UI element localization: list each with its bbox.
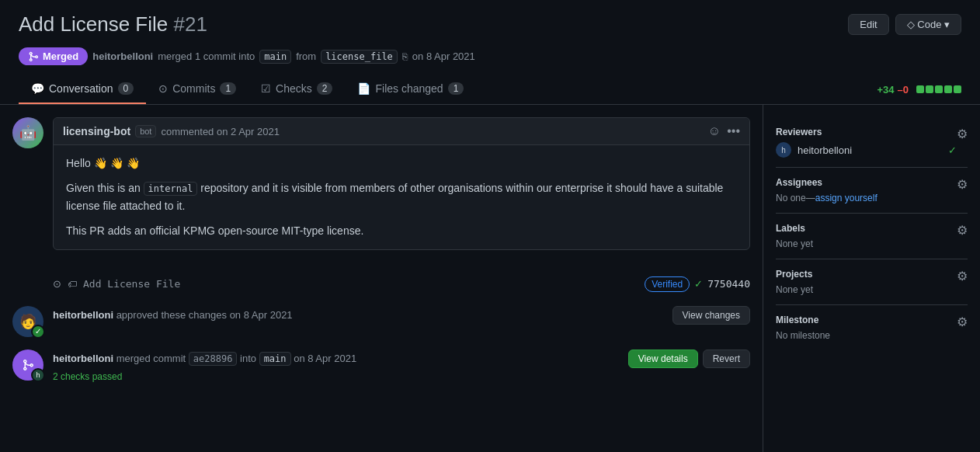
- tab-checks[interactable]: ☑ Checks 2: [248, 75, 345, 104]
- tab-conversation-label: Conversation: [49, 82, 113, 95]
- comment-internal-code: internal: [144, 182, 198, 196]
- merged-badge: Merged: [19, 47, 88, 65]
- comment-header: licensing-bot bot commented on 2 Apr 202…: [54, 118, 749, 145]
- sidebar-milestone-content: Milestone No milestone: [776, 315, 957, 341]
- checks-passed: 2 checks passed: [53, 371, 750, 382]
- tab-commits-count: 1: [220, 82, 236, 95]
- sidebar-assignees-content: Assignees No one—assign yourself: [776, 177, 957, 203]
- labels-gear-icon[interactable]: ⚙: [957, 223, 968, 238]
- sidebar-reviewers-title: Reviewers: [776, 127, 957, 137]
- tab-conversation-count: 0: [118, 82, 134, 95]
- sidebar: Reviewers h heitorbelloni ✓ ⚙ Assignees …: [763, 105, 980, 452]
- edit-button[interactable]: Edit: [848, 14, 888, 35]
- merge-text: heitorbelloni merged commit ae28896 into…: [53, 353, 356, 364]
- tab-commits-label: Commits: [172, 82, 215, 95]
- diff-bar-5: [954, 85, 961, 93]
- files-icon: 📄: [357, 82, 370, 95]
- emoji-button[interactable]: ☺: [708, 124, 721, 138]
- merge-date: on 8 Apr 2021: [412, 50, 475, 62]
- conversation-icon: 💬: [31, 82, 44, 95]
- diff-bar-4: [944, 85, 952, 93]
- sidebar-reviewers-content: Reviewers h heitorbelloni ✓: [776, 127, 957, 158]
- comment-line-2-pre: Given this is an: [66, 182, 144, 194]
- revert-button[interactable]: Revert: [703, 349, 750, 368]
- commit-check-icon: ✓: [694, 278, 703, 290]
- merged-bar: Merged heitorbelloni merged 1 commit int…: [0, 44, 980, 75]
- sidebar-assignees-value: No one—assign yourself: [776, 193, 957, 203]
- assignees-gear-icon[interactable]: ⚙: [957, 177, 968, 192]
- merge-small-avatar: h: [31, 368, 45, 382]
- merge-date-text: on 8 Apr 2021: [294, 353, 356, 364]
- tab-commits[interactable]: ⊙ Commits 1: [146, 75, 248, 104]
- code-button[interactable]: ◇ Code ▾: [895, 14, 961, 35]
- sidebar-reviewers-section: Reviewers h heitorbelloni ✓ ⚙: [776, 117, 968, 168]
- sidebar-labels-content: Labels None yet: [776, 223, 957, 249]
- approval-content: heitorbelloni approved these changes on …: [53, 306, 750, 325]
- merge-header: heitorbelloni merged commit ae28896 into…: [53, 349, 750, 368]
- tab-files-count: 1: [448, 82, 464, 95]
- diff-bar-1: [916, 85, 924, 93]
- milestone-gear-icon[interactable]: ⚙: [957, 315, 968, 329]
- source-branch: license_file: [321, 50, 398, 64]
- reviewer-approved-icon: ✓: [948, 144, 957, 156]
- sidebar-milestone-value: No milestone: [776, 330, 957, 341]
- header: Add License File #21 Edit ◇ Code ▾: [0, 0, 980, 44]
- merged-badge-text: Merged: [43, 50, 78, 62]
- approval-author: heitorbelloni: [53, 309, 113, 321]
- sidebar-projects-value: None yet: [776, 284, 957, 295]
- view-changes-button[interactable]: View changes: [672, 306, 751, 325]
- reviewer-name: heitorbelloni: [798, 144, 852, 156]
- approval-check-overlay: ✓: [31, 325, 45, 339]
- view-details-button[interactable]: View details: [628, 349, 698, 368]
- tabs-bar: 💬 Conversation 0 ⊙ Commits 1 ☑ Checks 2 …: [0, 75, 980, 105]
- sidebar-labels-section: Labels None yet ⚙: [776, 214, 968, 259]
- projects-gear-icon[interactable]: ⚙: [957, 269, 968, 283]
- approval-header: heitorbelloni approved these changes on …: [53, 306, 750, 325]
- tab-checks-label: Checks: [276, 82, 312, 95]
- comment-block: licensing-bot bot commented on 2 Apr 202…: [53, 117, 750, 250]
- approval-block: 🧑 ✓ heitorbelloni approved these changes…: [12, 306, 750, 337]
- merge-avatar-wrapper: h: [12, 349, 43, 381]
- diff-additions: +34: [877, 84, 894, 96]
- commit-hash: 7750440: [707, 278, 750, 290]
- reviewer-item: h heitorbelloni ✓: [776, 142, 957, 158]
- copy-branch-icon[interactable]: ⎘: [402, 51, 408, 62]
- sidebar-labels-value: None yet: [776, 238, 957, 249]
- tag-icon: 🏷: [68, 279, 77, 290]
- diff-bar: [916, 85, 961, 93]
- comment-more-button[interactable]: •••: [727, 124, 740, 138]
- merged-author: heitorbelloni: [92, 50, 153, 62]
- verified-badge: Verified: [645, 276, 690, 292]
- approval-avatar-wrapper: 🧑 ✓: [12, 306, 43, 337]
- commit-tree-icon: ⊙: [53, 278, 61, 290]
- sidebar-projects-title: Projects: [776, 269, 957, 280]
- comment-line-2: Given this is an internal repository and…: [66, 179, 737, 214]
- merged-action: merged 1 commit into: [158, 50, 255, 62]
- reviewer-avatar: h: [776, 142, 791, 158]
- merge-action: merged commit: [116, 353, 186, 364]
- merged-from: from: [296, 50, 316, 62]
- commit-item-label: Add License File: [83, 278, 180, 290]
- sidebar-projects-content: Projects None yet: [776, 269, 957, 295]
- comment-author: licensing-bot: [63, 125, 130, 137]
- comment-line-1: Hello 👋 👋 👋: [66, 155, 737, 172]
- commits-icon: ⊙: [158, 82, 168, 95]
- tab-conversation[interactable]: 💬 Conversation 0: [19, 75, 146, 104]
- bot-avatar: 🤖: [12, 117, 43, 148]
- assign-yourself-link[interactable]: assign yourself: [815, 193, 877, 203]
- diff-bar-3: [935, 85, 943, 93]
- comment-body: Hello 👋 👋 👋 Given this is an internal re…: [54, 145, 749, 249]
- no-one-text: No one—: [776, 193, 815, 203]
- bot-avatar-icon: 🤖: [19, 124, 36, 141]
- merge-purple-circle: h: [12, 349, 43, 381]
- approval-action: approved these changes: [116, 309, 227, 321]
- comment-timestamp: commented on 2 Apr 2021: [161, 126, 280, 137]
- tab-files-changed[interactable]: 📄 Files changed 1: [345, 75, 476, 104]
- reviewers-gear-icon[interactable]: ⚙: [957, 127, 968, 141]
- pr-number: #21: [173, 12, 207, 36]
- sidebar-assignees-section: Assignees No one—assign yourself ⚙: [776, 168, 968, 214]
- tab-files-label: Files changed: [375, 82, 443, 95]
- approval-avatar: 🧑 ✓: [12, 306, 43, 337]
- diff-stat: +34 –0: [877, 84, 961, 96]
- merge-circle-icon: [22, 359, 34, 371]
